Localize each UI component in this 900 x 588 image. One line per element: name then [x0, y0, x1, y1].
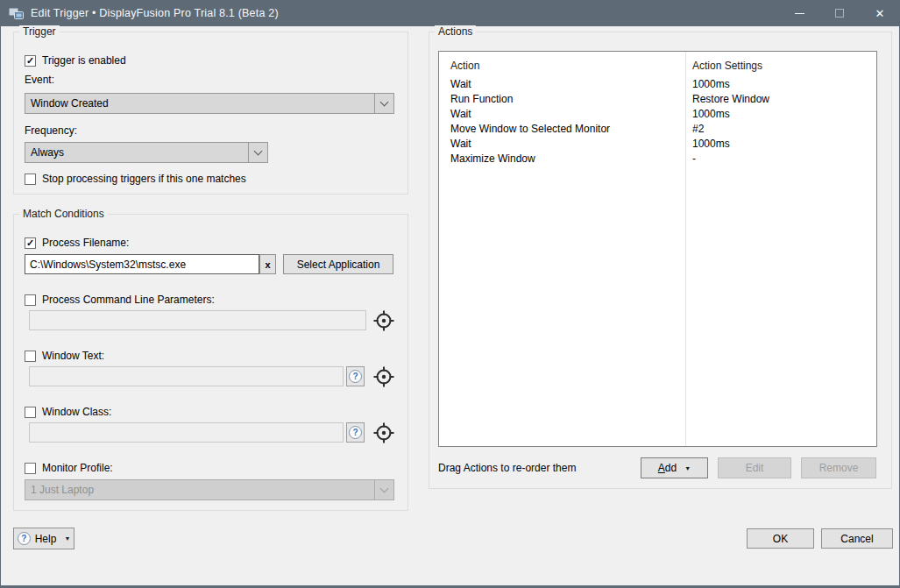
process-cmdline-input — [29, 310, 366, 330]
window-text-help-button[interactable]: ? — [346, 366, 365, 386]
actions-group-label: Actions — [435, 25, 476, 38]
clear-icon: x — [265, 259, 270, 270]
trigger-group-label: Trigger — [19, 25, 60, 38]
checkbox-box[interactable]: ✓ — [25, 55, 36, 67]
window-class-input — [29, 422, 344, 443]
window-class-checkbox[interactable]: Window Class: — [25, 406, 111, 418]
event-selected-value: Window Created — [25, 94, 374, 113]
monitor-profile-checkbox[interactable]: Monitor Profile: — [25, 462, 113, 474]
checkbox-label: Trigger is enabled — [42, 54, 126, 67]
checkbox-label: Stop processing triggers if this one mat… — [42, 173, 246, 185]
trigger-enabled-checkbox[interactable]: ✓ Trigger is enabled — [25, 54, 126, 67]
table-row[interactable]: Maximize Window - — [439, 151, 876, 166]
checkbox-box[interactable]: ✓ — [25, 237, 36, 249]
window-picker-target-icon[interactable] — [372, 422, 395, 444]
checkbox-box[interactable] — [25, 174, 36, 185]
checkbox-box[interactable] — [25, 351, 36, 362]
checkbox-box[interactable] — [25, 294, 36, 306]
checkbox-box[interactable] — [25, 407, 36, 418]
table-row[interactable]: Wait 1000ms — [439, 136, 876, 151]
table-row[interactable]: Move Window to Selected Monitor #2 — [439, 121, 876, 136]
window-text-input — [29, 366, 344, 386]
window-class-help-button[interactable]: ? — [346, 422, 365, 443]
event-label: Event: — [25, 74, 54, 86]
checkbox-box[interactable] — [25, 463, 36, 474]
checkbox-label: Window Text: — [42, 350, 104, 362]
edit-trigger-dialog: Edit Trigger • DisplayFusion Pro Trial 8… — [0, 0, 900, 588]
question-icon: ? — [18, 532, 31, 545]
stop-processing-checkbox[interactable]: Stop processing triggers if this one mat… — [25, 173, 246, 185]
minimize-button[interactable] — [779, 0, 819, 26]
add-button[interactable]: Add ▼ — [641, 457, 708, 478]
frequency-select[interactable]: Always — [25, 142, 268, 163]
displayfusion-logo-icon — [9, 6, 24, 21]
question-icon: ? — [349, 426, 362, 439]
remove-button: Remove — [801, 457, 876, 478]
close-button[interactable]: ✕ — [860, 0, 900, 26]
monitor-profile-selected-value: 1 Just Laptop — [25, 480, 374, 499]
select-application-button[interactable]: Select Application — [283, 254, 393, 274]
process-filename-input[interactable] — [25, 254, 259, 274]
table-row[interactable]: Run Function Restore Window — [439, 91, 876, 106]
chevron-down-icon — [374, 480, 393, 499]
maximize-button[interactable] — [819, 0, 860, 26]
close-icon: ✕ — [875, 8, 885, 19]
dropdown-arrow-icon: ▼ — [64, 535, 70, 542]
checkbox-label: Process Filename: — [42, 237, 129, 249]
monitor-profile-select: 1 Just Laptop — [25, 479, 394, 500]
minimize-icon — [795, 13, 804, 14]
column-header-action-settings[interactable]: Action Settings — [685, 60, 762, 72]
checkbox-label: Monitor Profile: — [42, 462, 113, 474]
window-picker-target-icon[interactable] — [372, 365, 395, 388]
column-header-action[interactable]: Action — [439, 60, 685, 72]
window-text-checkbox[interactable]: Window Text: — [25, 350, 104, 362]
actions-list[interactable]: Action Action Settings Wait 1000ms Run F… — [438, 51, 877, 447]
window-picker-target-icon[interactable] — [372, 309, 395, 332]
table-row[interactable]: Wait 1000ms — [439, 76, 876, 91]
checkbox-label: Window Class: — [42, 406, 111, 418]
frequency-selected-value: Always — [25, 143, 248, 162]
edit-button: Edit — [718, 457, 791, 478]
drag-hint-label: Drag Actions to re-order them — [438, 462, 576, 474]
checkbox-label: Process Command Line Parameters: — [42, 294, 215, 306]
chevron-down-icon[interactable] — [374, 94, 393, 113]
ok-button[interactable]: OK — [747, 528, 814, 549]
process-filename-checkbox[interactable]: ✓ Process Filename: — [25, 237, 129, 249]
chevron-down-icon[interactable] — [248, 143, 267, 162]
window-title: Edit Trigger • DisplayFusion Pro Trial 8… — [31, 7, 279, 19]
event-select[interactable]: Window Created — [25, 93, 394, 114]
table-row[interactable]: Wait 1000ms — [439, 106, 876, 121]
help-button[interactable]: ? Help ▼ — [13, 528, 74, 549]
match-conditions-group-label: Match Conditions — [19, 208, 108, 220]
question-icon: ? — [349, 370, 362, 383]
process-cmdline-checkbox[interactable]: Process Command Line Parameters: — [25, 294, 215, 306]
actions-list-header[interactable]: Action Action Settings — [439, 58, 876, 73]
dropdown-arrow-icon: ▼ — [684, 465, 691, 471]
cancel-button[interactable]: Cancel — [821, 528, 893, 549]
clear-filename-button[interactable]: x — [259, 254, 276, 274]
frequency-label: Frequency: — [25, 124, 77, 137]
titlebar: Edit Trigger • DisplayFusion Pro Trial 8… — [0, 0, 900, 26]
maximize-icon — [835, 9, 844, 18]
